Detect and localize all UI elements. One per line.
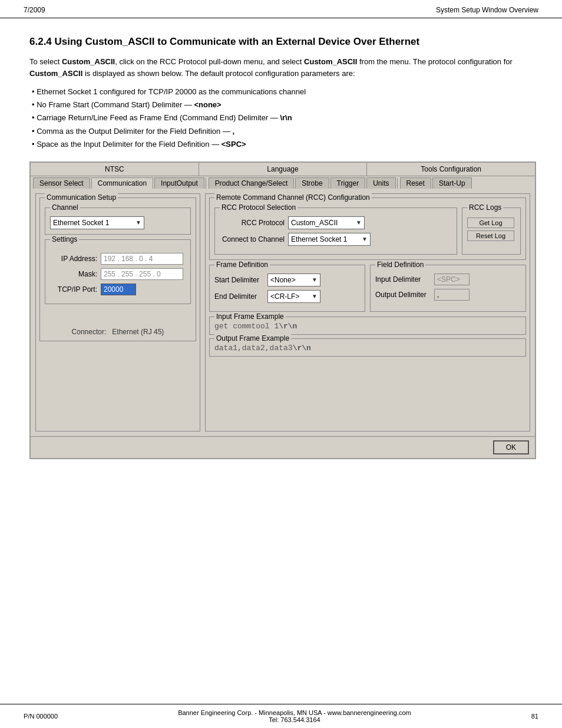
- page: 7/2009 System Setup Window Overview 6.2.…: [0, 0, 562, 728]
- bullet-4: Comma as the Output Delimiter for the Fi…: [32, 125, 533, 138]
- tab-ntsc[interactable]: NTSC: [31, 163, 199, 176]
- rcc-protocol-row: RCC Protocol Custom_ASCII ▼: [220, 216, 452, 229]
- end-delim-row: End Delimiter <CR-LF> ▼: [214, 290, 360, 303]
- rcc-protocol-section: RCC Protocol Selection RCC Protocol Cust…: [214, 207, 521, 255]
- ip-row: IP Address: 192 . 168 . 0 . 4: [50, 253, 186, 265]
- mask-label: Mask:: [50, 270, 97, 278]
- ip-label: IP Address:: [50, 255, 97, 263]
- tab-inputoutput[interactable]: InputOutput: [154, 177, 204, 189]
- panel-body: Communication Setup Channel Ethernet Soc…: [31, 189, 535, 436]
- tab-trigger[interactable]: Trigger: [330, 177, 366, 189]
- start-delim-dropdown[interactable]: <None> ▼: [267, 274, 320, 286]
- ok-button[interactable]: OK: [493, 440, 529, 454]
- end-delim-dropdown[interactable]: <CR-LF> ▼: [267, 290, 320, 303]
- channel-dropdown-row: Ethernet Socket 1 ▼: [50, 216, 186, 229]
- protocol-inner: RCC Protocol Selection RCC Protocol Cust…: [214, 207, 457, 255]
- tabs-bottom-row: Sensor Select Communication InputOutput …: [31, 176, 535, 189]
- mask-row: Mask: 255 . 255 . 255 . 0: [50, 268, 186, 280]
- connect-channel-row: Connect to Channel Ethernet Socket 1 ▼: [220, 233, 452, 246]
- tab-reset[interactable]: Reset: [400, 177, 431, 189]
- channel-title: Channel: [50, 203, 80, 212]
- bullet-3: Carriage Return/Line Feed as Frame End (…: [32, 111, 533, 124]
- output-example-text: data1,data2,data3\r\n: [214, 344, 521, 353]
- tab-product-change[interactable]: Product Change/Select: [209, 177, 294, 189]
- section-title: 6.2.4 Using Custom_ASCII to Communicate …: [29, 36, 533, 48]
- tabs-top-row: NTSC Language Tools Configuration: [31, 163, 535, 176]
- footer-pn: P/N 000000: [24, 713, 58, 720]
- tab-strobe[interactable]: Strobe: [295, 177, 329, 189]
- channel-dropdown-arrow: ▼: [135, 219, 141, 226]
- bullet-list: Ethernet Socket 1 configured for TCP/IP …: [29, 85, 533, 150]
- rcc-protocol-label: RCC Protocol: [220, 219, 285, 227]
- output-delim-row: Output Delimiter ,: [375, 289, 521, 301]
- end-delim-arrow: ▼: [312, 293, 318, 299]
- doc-footer: P/N 000000 Banner Engineering Corp. - Mi…: [0, 704, 562, 728]
- tcp-label: TCP/IP Port:: [50, 285, 97, 294]
- tab-units[interactable]: Units: [366, 177, 395, 189]
- connector-text: Connector: Ethernet (RJ 45): [45, 328, 191, 336]
- footer-phone: Tel: 763.544.3164: [178, 716, 411, 723]
- main-content: 6.2.4 Using Custom_ASCII to Communicate …: [0, 18, 562, 704]
- rcc-protocol-arrow: ▼: [356, 219, 362, 226]
- rcc-config-group: Remote Command Channel (RCC) Configurati…: [209, 197, 526, 260]
- input-delim-row: Input Delimiter <SPC>: [375, 274, 521, 285]
- settings-group: Settings IP Address: 192 . 168 . 0 . 4 M…: [45, 239, 191, 304]
- dialog-footer: OK: [31, 436, 535, 458]
- footer-company: Banner Engineering Corp. - Minneapolis, …: [178, 709, 411, 716]
- dialog-tabs: NTSC Language Tools Configuration Sensor…: [31, 163, 535, 189]
- bullet-5: Space as the Input Delimiter for the Fie…: [32, 138, 533, 151]
- frame-def-box: Frame Definition Start Delimiter <None> …: [209, 265, 365, 312]
- start-delim-row: Start Delimiter <None> ▼: [214, 274, 360, 286]
- input-example-box: Input Frame Example get commtool 1\r\n: [209, 317, 526, 335]
- tcp-input[interactable]: 20000: [101, 284, 136, 295]
- ip-input[interactable]: 192 . 168 . 0 . 4: [101, 253, 183, 265]
- header-title: System Setup Window Overview: [436, 6, 538, 14]
- right-panel: Remote Command Channel (RCC) Configurati…: [205, 193, 530, 431]
- end-delim-label: End Delimiter: [214, 292, 267, 301]
- tab-separator-2: [397, 178, 398, 189]
- left-panel: Communication Setup Channel Ethernet Soc…: [35, 193, 200, 431]
- rcc-logs-title: RCC Logs: [467, 203, 503, 212]
- comm-setup-group: Communication Setup Channel Ethernet Soc…: [39, 197, 196, 341]
- protocol-selection-title: RCC Protocol Selection: [220, 203, 297, 212]
- bottom-sections: Frame Definition Start Delimiter <None> …: [209, 265, 526, 312]
- output-example-box: Output Frame Example data1,data2,data3\r…: [209, 338, 526, 357]
- tab-separator-1: [206, 178, 206, 189]
- input-delim-value: <SPC>: [434, 274, 470, 285]
- footer-center: Banner Engineering Corp. - Minneapolis, …: [178, 709, 411, 723]
- connect-channel-arrow: ▼: [362, 236, 368, 242]
- rcc-config-title: Remote Command Channel (RCC) Configurati…: [214, 193, 372, 202]
- field-def-title: Field Definition: [375, 261, 425, 269]
- settings-title: Settings: [50, 235, 79, 243]
- connect-channel-label: Connect to Channel: [220, 235, 285, 243]
- input-example-text: get commtool 1\r\n: [214, 322, 521, 331]
- intro-text: To select Custom_ASCII, click on the RCC…: [29, 56, 533, 80]
- tab-sensor-select[interactable]: Sensor Select: [33, 177, 90, 189]
- tab-language[interactable]: Language: [199, 163, 368, 176]
- dialog-window: NTSC Language Tools Configuration Sensor…: [29, 162, 536, 459]
- header-date: 7/2009: [24, 6, 45, 14]
- rcc-logs-box: RCC Logs Get Log Reset Log: [462, 207, 521, 255]
- start-delim-label: Start Delimiter: [214, 276, 267, 284]
- output-delim-label: Output Delimiter: [375, 291, 434, 299]
- channel-dropdown[interactable]: Ethernet Socket 1 ▼: [50, 216, 144, 229]
- frame-def-title: Frame Definition: [214, 261, 270, 269]
- output-delim-value: ,: [434, 289, 470, 301]
- tab-communication[interactable]: Communication: [91, 177, 153, 189]
- tcp-row: TCP/IP Port: 20000: [50, 284, 186, 295]
- start-delim-arrow: ▼: [312, 276, 318, 283]
- channel-group: Channel Ethernet Socket 1 ▼: [45, 207, 191, 235]
- comm-setup-title: Communication Setup: [45, 193, 118, 202]
- doc-header: 7/2009 System Setup Window Overview: [0, 0, 562, 18]
- field-def-box: Field Definition Input Delimiter <SPC> O…: [370, 265, 526, 312]
- input-example-title: Input Frame Example: [214, 312, 286, 321]
- rcc-protocol-dropdown[interactable]: Custom_ASCII ▼: [288, 216, 365, 229]
- get-log-button[interactable]: Get Log: [467, 218, 514, 228]
- reset-log-button[interactable]: Reset Log: [467, 230, 514, 241]
- tab-startup[interactable]: Start-Up: [432, 177, 472, 189]
- tab-tools-configuration[interactable]: Tools Configuration: [367, 163, 535, 176]
- bullet-2: No Frame Start (Command Start) Delimiter…: [32, 98, 533, 111]
- connect-channel-dropdown[interactable]: Ethernet Socket 1 ▼: [288, 233, 371, 246]
- output-example-title: Output Frame Example: [214, 334, 291, 342]
- mask-input[interactable]: 255 . 255 . 255 . 0: [101, 268, 183, 280]
